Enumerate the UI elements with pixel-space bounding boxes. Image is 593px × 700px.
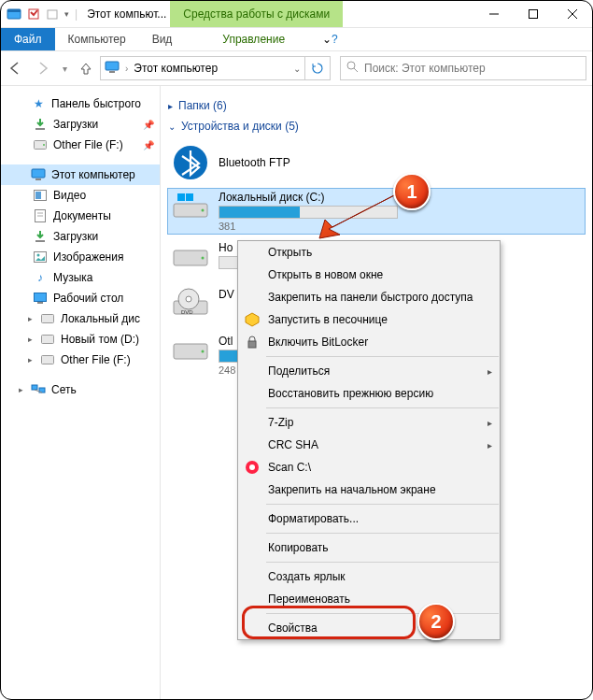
pin-icon: 📌 xyxy=(143,140,154,150)
ctx-open-new-window[interactable]: Открыть в новом окне xyxy=(238,264,500,286)
svg-point-43 xyxy=(186,296,191,302)
pin-icon: 📌 xyxy=(143,120,154,130)
tab-manage[interactable]: Управление xyxy=(185,33,322,46)
network-icon xyxy=(31,382,46,397)
drive-icon xyxy=(172,241,209,279)
svg-rect-15 xyxy=(32,169,45,178)
this-pc-icon xyxy=(31,167,46,182)
sidebar-this-pc[interactable]: Этот компьютер xyxy=(1,164,160,185)
dvd-drive-icon: DVD xyxy=(172,288,209,325)
annotation-arrow xyxy=(312,186,405,242)
annotation-marker-2: 2 xyxy=(417,603,455,640)
qat-dropdown-icon[interactable]: ▾ xyxy=(64,9,69,19)
sidebar-videos[interactable]: Видео xyxy=(1,185,160,206)
drive-icon xyxy=(40,332,55,347)
ctx-pin-quick-access[interactable]: Закрепить на панели быстрого доступа xyxy=(238,286,500,308)
ctx-rename[interactable]: Переименовать xyxy=(238,588,500,610)
svg-point-46 xyxy=(202,350,205,353)
ctx-pin-start[interactable]: Закрепить на начальном экране xyxy=(238,479,500,501)
recent-locations-button[interactable]: ▾ xyxy=(57,54,72,82)
group-folders[interactable]: ▸Папки (6) xyxy=(168,99,585,112)
ctx-bitlocker[interactable]: Включить BitLocker xyxy=(238,331,500,353)
up-button[interactable] xyxy=(72,54,100,82)
sidebar-downloads[interactable]: Загрузки📌 xyxy=(1,114,160,135)
sidebar-local-disk[interactable]: ▸Локальный дис xyxy=(1,308,160,329)
svg-rect-22 xyxy=(35,240,45,242)
svg-rect-16 xyxy=(35,179,41,180)
ctx-format[interactable]: Форматировать... xyxy=(238,507,500,530)
search-icon xyxy=(346,61,359,76)
explorer-window: ▾ | Этот компьют... Средства работы с ди… xyxy=(0,0,593,700)
window-title: Этот компьют... xyxy=(83,7,170,21)
minimize-button[interactable] xyxy=(474,1,514,27)
device-bluetooth[interactable]: Bluetooth FTP xyxy=(168,140,585,185)
ctx-restore-previous[interactable]: Восстановить прежнюю версию xyxy=(238,382,500,405)
svg-rect-8 xyxy=(106,62,119,70)
ctx-properties[interactable]: Свойства xyxy=(238,617,500,639)
svg-rect-28 xyxy=(42,336,54,344)
sidebar-pictures[interactable]: Изображения xyxy=(1,247,160,267)
ctx-create-shortcut[interactable]: Создать ярлык xyxy=(238,565,500,588)
ribbon-expand-icon[interactable]: ⌄ xyxy=(322,33,332,46)
bitlocker-icon xyxy=(244,334,261,350)
svg-rect-12 xyxy=(35,128,45,130)
navigation-pane: ★Панель быстрого Загрузки📌 Other File (F… xyxy=(1,86,161,700)
antivirus-icon xyxy=(244,459,261,476)
properties-qat-icon[interactable] xyxy=(27,7,40,21)
refresh-button[interactable] xyxy=(305,56,331,80)
sidebar-downloads-2[interactable]: Загрузки xyxy=(1,226,160,247)
tab-file[interactable]: Файл xyxy=(1,28,55,50)
maximize-button[interactable] xyxy=(514,1,553,27)
this-pc-icon xyxy=(105,60,120,78)
address-bar[interactable]: › Этот компьютер ⌄ xyxy=(100,56,305,80)
ctx-copy[interactable]: Копировать xyxy=(238,536,500,559)
forward-button[interactable] xyxy=(29,54,57,82)
sidebar-documents[interactable]: Документы xyxy=(1,206,160,226)
sidebar-network[interactable]: ▸Сеть xyxy=(1,379,160,400)
back-button[interactable] xyxy=(1,54,29,82)
sandboxie-icon xyxy=(244,311,261,328)
address-dropdown-icon[interactable]: ⌄ xyxy=(293,64,301,74)
svg-text:DVD: DVD xyxy=(181,309,193,315)
sidebar-music[interactable]: ♪Музыка xyxy=(1,267,160,288)
downloads-icon xyxy=(33,229,48,244)
sidebar-new-volume[interactable]: ▸Новый том (D:) xyxy=(1,329,160,350)
bluetooth-icon xyxy=(172,144,209,181)
svg-rect-30 xyxy=(32,385,37,390)
svg-line-11 xyxy=(354,68,358,72)
new-folder-qat-icon[interactable] xyxy=(46,7,59,21)
svg-rect-9 xyxy=(109,71,115,73)
ctx-7zip[interactable]: 7-Zip▸ xyxy=(238,411,500,434)
sidebar-other-file[interactable]: Other File (F:)📌 xyxy=(1,135,160,155)
svg-rect-3 xyxy=(48,10,57,19)
ctx-open[interactable]: Открыть xyxy=(238,241,500,264)
svg-point-49 xyxy=(249,464,255,470)
chevron-down-icon: ⌄ xyxy=(168,121,176,132)
ctx-share[interactable]: Поделиться▸ xyxy=(238,360,500,382)
ctx-scan[interactable]: Scan C:\ xyxy=(238,456,500,479)
ribbon-tabs: Файл Компьютер Вид Управление ⌄ ? xyxy=(1,28,592,51)
downloads-icon xyxy=(33,117,48,132)
svg-rect-47 xyxy=(248,341,256,348)
tab-computer[interactable]: Компьютер xyxy=(55,28,139,50)
sidebar-other-file-2[interactable]: ▸Other File (F:) xyxy=(1,350,160,370)
device-label: Bluetooth FTP xyxy=(219,156,581,169)
ctx-run-sandbox[interactable]: Запустить в песочнице xyxy=(238,308,500,331)
sidebar-quick-access[interactable]: ★Панель быстрого xyxy=(1,93,160,114)
title-bar: ▾ | Этот компьют... Средства работы с ди… xyxy=(1,1,592,28)
drive-icon xyxy=(172,335,209,372)
tab-view[interactable]: Вид xyxy=(139,28,186,50)
sidebar-desktop[interactable]: Рабочий стол xyxy=(1,288,160,308)
svg-point-10 xyxy=(347,62,355,69)
pictures-icon xyxy=(33,250,48,264)
quick-access-toolbar: ▾ | xyxy=(1,7,83,21)
drive-icon xyxy=(40,352,55,367)
help-icon[interactable]: ? xyxy=(332,33,338,46)
submenu-arrow-icon: ▸ xyxy=(487,418,492,428)
close-button[interactable] xyxy=(553,1,592,27)
group-devices[interactable]: ⌄Устройства и диски (5) xyxy=(168,120,585,133)
svg-rect-36 xyxy=(177,193,185,201)
search-box[interactable]: Поиск: Этот компьютер xyxy=(340,56,586,80)
svg-point-24 xyxy=(37,254,40,257)
ctx-crc-sha[interactable]: CRC SHA▸ xyxy=(238,434,500,456)
